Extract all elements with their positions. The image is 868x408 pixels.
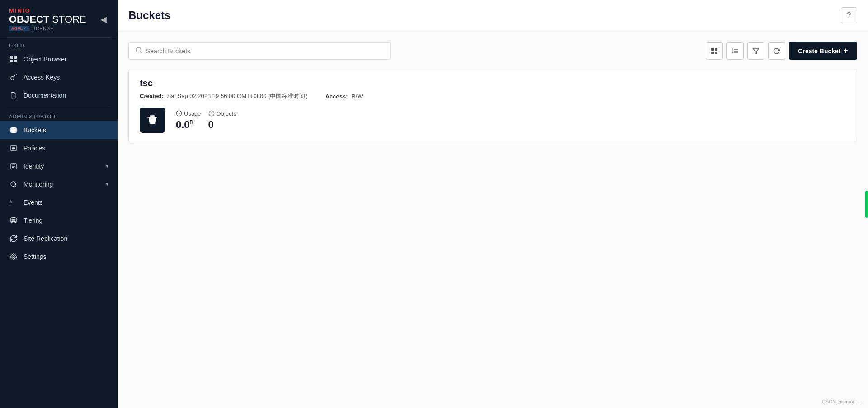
settings-icon [9, 252, 18, 261]
chevron-down-icon: ▾ [106, 163, 108, 169]
scroll-indicator [865, 191, 868, 218]
sidebar-item-documentation[interactable]: Documentation [0, 86, 118, 104]
logo-bold: OBJECT [9, 14, 49, 25]
identity-icon [9, 162, 18, 171]
grid-icon [9, 55, 18, 64]
bucket-visual-icon [140, 108, 165, 133]
svg-rect-0 [10, 56, 13, 59]
tiering-icon [9, 216, 18, 225]
svg-rect-26 [711, 52, 714, 54]
sidebar-item-buckets[interactable]: Buckets [0, 121, 118, 139]
svg-line-6 [16, 75, 16, 75]
sidebar-item-policies[interactable]: Policies [0, 139, 118, 157]
logo-title: OBJECT STORE [9, 14, 86, 25]
object-browser-label: Object Browser [24, 56, 108, 63]
replication-icon [9, 234, 18, 243]
svg-point-20 [11, 218, 16, 220]
create-bucket-button[interactable]: Create Bucket + [789, 42, 857, 60]
key-icon [9, 73, 18, 82]
main-content: Buckets ? [118, 0, 868, 408]
svg-line-23 [140, 52, 142, 53]
access-value: R/W [351, 93, 363, 100]
logo-license: AGPL ✓ LICENSE [9, 26, 86, 31]
logo-area: MINIO OBJECT STORE AGPL ✓ LICENSE [9, 7, 86, 31]
watermark: CSDN @simon_... [822, 399, 863, 404]
sidebar-item-object-browser[interactable]: Object Browser [0, 50, 118, 68]
topbar: Buckets ? [118, 0, 868, 31]
svg-line-7 [15, 75, 15, 76]
monitoring-icon [9, 180, 18, 189]
svg-point-17 [11, 182, 16, 187]
events-label: Events [24, 199, 108, 206]
search-input[interactable] [146, 47, 384, 55]
filter-button[interactable] [747, 42, 764, 60]
page-title: Buckets [128, 9, 170, 22]
reload-button[interactable] [768, 42, 785, 60]
usage-label: Usage [176, 110, 201, 117]
bucket-name: tsc [140, 78, 846, 89]
sidebar-item-monitoring[interactable]: Monitoring ▾ [0, 175, 118, 193]
sidebar-item-settings[interactable]: Settings [0, 248, 118, 266]
content-area: Create Bucket + tsc Created: Sat Sep 02 … [118, 31, 868, 408]
identity-label: Identity [24, 163, 100, 170]
search-icon [135, 47, 142, 56]
created-key: Created: [140, 93, 164, 99]
agpl-label: AGPL [11, 26, 23, 31]
sidebar: MINIO OBJECT STORE AGPL ✓ LICENSE ◀ User… [0, 0, 118, 408]
collapse-button[interactable]: ◀ [99, 13, 108, 26]
policies-label: Policies [24, 145, 108, 152]
svg-rect-27 [715, 52, 717, 54]
chevron-down-icon-2: ▾ [106, 181, 108, 188]
grid-view-button[interactable] [706, 42, 723, 60]
documentation-label: Documentation [24, 92, 108, 99]
brand-name: MINIO [9, 7, 86, 14]
svg-rect-24 [711, 48, 714, 51]
svg-rect-3 [14, 60, 17, 62]
sidebar-item-site-replication[interactable]: Site Replication [0, 230, 118, 248]
bucket-stats-row: Usage 0.0B Objects 0 [140, 108, 846, 133]
svg-point-22 [136, 47, 141, 52]
svg-point-21 [13, 256, 14, 258]
objects-value: 0 [208, 119, 236, 131]
toolbar-actions: Create Bucket + [706, 42, 857, 60]
bucket-meta: Created: Sat Sep 02 2023 19:56:00 GMT+08… [140, 92, 846, 100]
created-value: Sat Sep 02 2023 19:56:00 GMT+0800 (中国标准时… [167, 93, 307, 99]
admin-section-label: Administrator [0, 108, 118, 121]
policy-icon [9, 144, 18, 153]
objects-label: Objects [208, 110, 236, 117]
usage-value: 0.0B [176, 119, 201, 131]
checkmark-icon: ✓ [24, 26, 27, 31]
svg-point-4 [11, 77, 14, 80]
usage-stat: Usage 0.0B [176, 110, 201, 131]
toolbar: Create Bucket + [128, 42, 857, 60]
doc-icon [9, 91, 18, 100]
help-button[interactable]: ? [841, 7, 857, 23]
buckets-label: Buckets [24, 127, 108, 134]
sidebar-header: MINIO OBJECT STORE AGPL ✓ LICENSE ◀ [0, 0, 118, 37]
sidebar-item-events[interactable]: λ Events [0, 193, 118, 211]
bucket-card[interactable]: tsc Created: Sat Sep 02 2023 19:56:00 GM… [128, 69, 857, 142]
access-key: Access: [326, 93, 348, 100]
sidebar-item-identity[interactable]: Identity ▾ [0, 157, 118, 175]
settings-label: Settings [24, 253, 108, 260]
site-replication-label: Site Replication [24, 235, 108, 242]
svg-rect-32 [150, 115, 155, 117]
refresh-button-2[interactable] [726, 42, 744, 60]
sidebar-item-tiering[interactable]: Tiering [0, 211, 118, 230]
access-label: Access: R/W [326, 93, 363, 100]
plus-icon: + [843, 46, 848, 56]
svg-text:λ: λ [10, 200, 12, 204]
tiering-label: Tiering [24, 217, 108, 224]
sidebar-item-access-keys[interactable]: Access Keys [0, 68, 118, 86]
create-bucket-label: Create Bucket [798, 47, 840, 55]
logo-regular: STORE [49, 14, 86, 25]
search-box [128, 42, 391, 60]
license-label: LICENSE [31, 26, 54, 31]
events-icon: λ [9, 198, 18, 207]
svg-marker-31 [753, 48, 759, 54]
license-badge: AGPL ✓ [9, 26, 29, 31]
svg-line-18 [15, 186, 16, 187]
objects-stat: Objects 0 [208, 110, 236, 131]
monitoring-label: Monitoring [24, 181, 100, 188]
bucket-icon [9, 126, 18, 135]
